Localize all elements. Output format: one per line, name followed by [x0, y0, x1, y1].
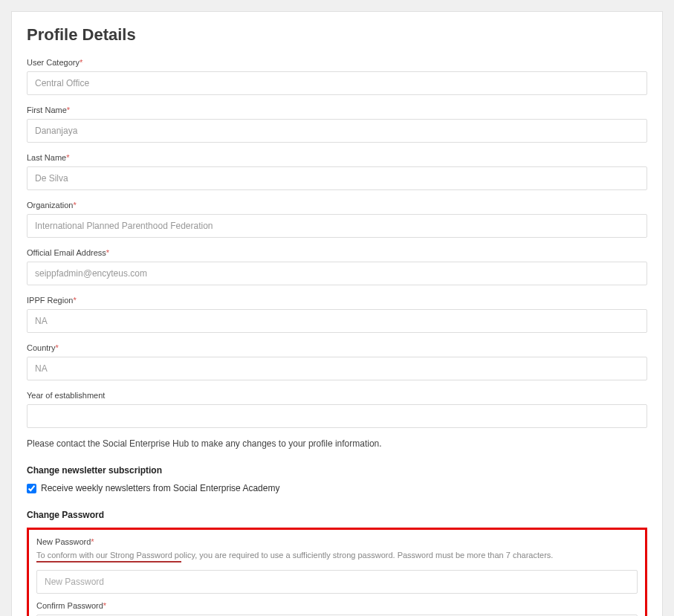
field-confirm-password: Confirm Password*	[36, 601, 638, 616]
input-first-name[interactable]	[27, 119, 647, 143]
input-region[interactable]	[27, 309, 647, 333]
newsletter-checkbox[interactable]	[27, 484, 36, 493]
required-mark: *	[67, 106, 70, 114]
newsletter-label: Receive weekly newsletters from Social E…	[41, 483, 279, 493]
contact-note: Please contact the Social Enterprise Hub…	[27, 438, 647, 449]
newsletter-row: Receive weekly newsletters from Social E…	[27, 483, 647, 493]
label-text: User Category	[27, 58, 80, 67]
required-mark: *	[56, 343, 59, 352]
field-country: Country*	[27, 343, 647, 380]
input-new-password[interactable]	[36, 570, 638, 594]
label-text: First Name	[27, 106, 67, 114]
field-email: Official Email Address*	[27, 248, 647, 285]
label-last-name: Last Name*	[27, 153, 647, 162]
label-email: Official Email Address*	[27, 248, 647, 257]
input-organization[interactable]	[27, 214, 647, 238]
label-text: Year of establishment	[27, 391, 105, 400]
input-last-name[interactable]	[27, 166, 647, 190]
input-year[interactable]	[27, 404, 647, 428]
field-year: Year of establishment	[27, 391, 647, 428]
field-organization: Organization*	[27, 201, 647, 238]
required-mark: *	[91, 537, 94, 546]
label-first-name: First Name*	[27, 106, 647, 114]
label-text: Country	[27, 343, 56, 352]
label-text: IPPF Region	[27, 296, 73, 305]
required-mark: *	[73, 201, 76, 210]
password-highlight-box: New Password* To conform with our Strong…	[27, 528, 647, 616]
input-user-category[interactable]	[27, 71, 647, 95]
field-region: IPPF Region*	[27, 296, 647, 333]
required-mark: *	[106, 248, 109, 257]
label-text: New Password	[36, 537, 91, 546]
label-text: Organization	[27, 201, 73, 210]
label-text: Last Name	[27, 153, 66, 162]
field-first-name: First Name*	[27, 106, 647, 143]
label-region: IPPF Region*	[27, 296, 647, 305]
label-confirm-password: Confirm Password*	[36, 601, 638, 610]
field-new-password: New Password* To conform with our Strong…	[36, 537, 638, 594]
required-mark: *	[66, 153, 69, 162]
profile-card: Profile Details User Category* First Nam…	[11, 11, 663, 616]
label-user-category: User Category*	[27, 58, 647, 67]
page-title: Profile Details	[27, 25, 647, 45]
newsletter-header: Change newsletter subscription	[27, 465, 647, 476]
label-country: Country*	[27, 343, 647, 352]
label-text: Official Email Address	[27, 248, 106, 257]
required-mark: *	[73, 296, 76, 305]
input-email[interactable]	[27, 262, 647, 285]
label-text: Confirm Password	[36, 601, 103, 610]
label-organization: Organization*	[27, 201, 647, 210]
password-hint-underline	[36, 561, 181, 562]
password-hint: To conform with our Strong Password poli…	[36, 551, 638, 560]
field-user-category: User Category*	[27, 58, 647, 95]
password-header: Change Password	[27, 510, 647, 520]
label-year: Year of establishment	[27, 391, 647, 400]
label-new-password: New Password*	[36, 537, 638, 546]
field-last-name: Last Name*	[27, 153, 647, 190]
required-mark: *	[103, 601, 106, 610]
required-mark: *	[80, 58, 82, 67]
input-country[interactable]	[27, 357, 647, 380]
